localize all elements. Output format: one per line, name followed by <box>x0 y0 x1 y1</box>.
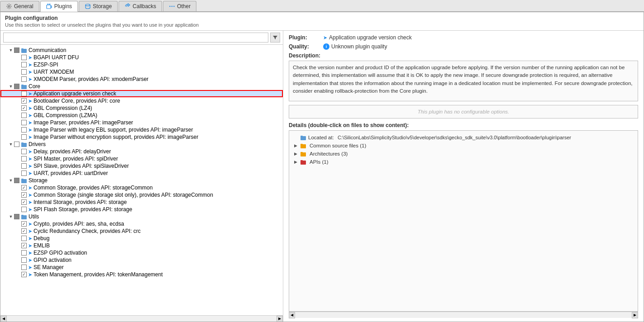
tree-item-image-parser-noenc[interactable]: ➤ Image Parser without encryption suppor… <box>0 133 283 141</box>
right-scrollbar-track[interactable] <box>295 313 632 318</box>
tree-item-bootloader-core[interactable]: ➤ Bootloader Core, provides API: core <box>0 97 283 104</box>
search-input[interactable] <box>3 33 268 43</box>
checkbox-se-manager[interactable] <box>21 265 27 270</box>
common-source-item[interactable]: Common source files (1) <box>293 142 634 150</box>
checkbox-bootloader-core[interactable] <box>21 98 27 104</box>
expand-architectures[interactable] <box>293 152 298 156</box>
checkbox-app-upgrade[interactable] <box>21 91 27 96</box>
location-label: Located at: <box>308 135 334 140</box>
checkbox-uart-xmodem[interactable] <box>21 69 27 75</box>
checkbox-gbl-lz4[interactable] <box>21 105 27 111</box>
expand-apis[interactable] <box>293 160 298 164</box>
tree-item-debug[interactable]: ➤ Debug <box>0 235 283 242</box>
checkbox-internal-storage[interactable] <box>21 199 27 205</box>
checkbox-communication[interactable] <box>14 47 19 53</box>
expand-common-source[interactable] <box>293 143 298 148</box>
label-bootloader-core: Bootloader Core, provides API: core <box>33 98 120 104</box>
plugin-arrow-icon25: ➤ <box>28 265 32 270</box>
checkbox-xmodem-parser[interactable] <box>21 76 27 82</box>
filter-button[interactable] <box>270 33 280 43</box>
architectures-item[interactable]: Architectures (3) <box>293 150 634 158</box>
checkbox-spi-slave[interactable] <box>21 163 27 169</box>
checkbox-ezsp-gpio[interactable] <box>21 250 27 256</box>
quality-label: Quality: <box>289 43 320 50</box>
tab-other[interactable]: Other <box>163 1 196 11</box>
tree-item-utils[interactable]: Utils <box>0 213 283 220</box>
checkbox-token-mgmt[interactable] <box>21 272 27 277</box>
expand-core[interactable] <box>8 83 14 90</box>
right-scroll-right-btn[interactable]: ▶ <box>632 312 638 318</box>
tree-item-emlib[interactable]: ➤ EMLIB <box>0 242 283 249</box>
tab-callbacks[interactable]: Callbacks <box>119 1 162 11</box>
checkbox-common-storage[interactable] <box>21 185 27 190</box>
tree-item-app-upgrade[interactable]: ➤ Application upgrade version check <box>0 90 283 97</box>
tree-item-bgapi[interactable]: ➤ BGAPI UART DFU <box>0 54 283 61</box>
checkbox-storage-group[interactable] <box>14 178 19 183</box>
plugin-arrow-icon15: ➤ <box>28 185 32 191</box>
plugin-arrow-icon7: ➤ <box>28 113 32 118</box>
tab-plugins[interactable]: Plugins <box>40 1 78 12</box>
tree-item-gbl-lzma[interactable]: ➤ GBL Compression (LZMA) <box>0 112 283 119</box>
tree-item-image-parser[interactable]: ➤ Image Parser, provides API: imageParse… <box>0 119 283 126</box>
checkbox-image-parser[interactable] <box>21 120 27 125</box>
checkbox-gpio[interactable] <box>21 257 27 263</box>
scrollbar-track[interactable] <box>7 316 277 322</box>
checkbox-crypto[interactable] <box>21 221 27 227</box>
tree-item-spi-master[interactable]: ➤ SPI Master, provides API: spiDriver <box>0 155 283 162</box>
right-bottom-scrollbar: ◀ ▶ <box>289 312 638 318</box>
tree-item-gpio[interactable]: ➤ GPIO activation <box>0 256 283 264</box>
checkbox-emlib[interactable] <box>21 243 27 248</box>
tree-item-spi-slave[interactable]: ➤ SPI Slave, provides API: spiSlaveDrive… <box>0 162 283 170</box>
tree-item-uart-xmodem[interactable]: ➤ UART XMODEM <box>0 68 283 76</box>
checkbox-core[interactable] <box>14 84 19 89</box>
tree-item-ezsp[interactable]: ➤ EZSP-SPI <box>0 61 283 68</box>
checkbox-uart[interactable] <box>21 170 27 176</box>
checkbox-spi-master[interactable] <box>21 156 27 161</box>
tree-item-common-storage[interactable]: ➤ Common Storage, provides API: storageC… <box>0 184 283 191</box>
expand-utils[interactable] <box>8 213 14 220</box>
tree-item-gbl-lz4[interactable]: ➤ GBL Compression (LZ4) <box>0 104 283 112</box>
tree-item-drivers[interactable]: Drivers <box>0 141 283 148</box>
tree-area: Communication ➤ BGAPI UART DFU ➤ EZSP-SP… <box>0 45 283 315</box>
tree-item-communication[interactable]: Communication <box>0 47 283 54</box>
checkbox-gbl-lzma[interactable] <box>21 113 27 118</box>
tree-item-core[interactable]: Core <box>0 83 283 90</box>
checkbox-delay[interactable] <box>21 149 27 154</box>
tab-storage[interactable]: Storage <box>79 1 118 11</box>
checkbox-image-parser-legacy[interactable] <box>21 127 27 133</box>
tree-item-common-storage-single[interactable]: ➤ Common Storage (single storage slot on… <box>0 191 283 199</box>
tree-item-token-mgmt[interactable]: ➤ Token Management, provides API: tokenM… <box>0 271 283 278</box>
expand-communication[interactable] <box>8 47 14 53</box>
checkbox-drivers[interactable] <box>14 142 19 147</box>
expand-drivers[interactable] <box>8 141 14 147</box>
tree-item-se-manager[interactable]: ➤ SE Manager <box>0 264 283 271</box>
tree-item-storage-group[interactable]: Storage <box>0 177 283 184</box>
tree-item-crypto[interactable]: ➤ Crypto, provides API: aes, sha, ecdsa <box>0 220 283 227</box>
plugin-arrow-icon17: ➤ <box>28 199 32 205</box>
checkbox-debug[interactable] <box>21 236 27 241</box>
tab-other-label: Other <box>177 3 191 9</box>
tree-item-uart[interactable]: ➤ UART, provides API: uartDriver <box>0 170 283 177</box>
checkbox-ezsp[interactable] <box>21 62 27 67</box>
tab-general[interactable]: General <box>0 1 39 11</box>
scroll-left-btn[interactable]: ◀ <box>0 316 7 322</box>
right-scroll-left-btn[interactable]: ◀ <box>289 312 295 318</box>
expand-storage[interactable] <box>8 177 14 184</box>
checkbox-image-parser-noenc[interactable] <box>21 134 27 140</box>
plugin-arrow-icon8: ➤ <box>28 120 32 126</box>
tree-item-internal-storage[interactable]: ➤ Internal Storage, provides API: storag… <box>0 199 283 206</box>
checkbox-common-storage-single[interactable] <box>21 192 27 198</box>
tree-item-ezsp-gpio[interactable]: ➤ EZSP GPIO activation <box>0 249 283 256</box>
checkbox-spi-flash[interactable] <box>21 207 27 212</box>
tree-item-image-parser-legacy[interactable]: ➤ Image Parser with legacy EBL support, … <box>0 126 283 133</box>
checkbox-utils[interactable] <box>14 214 19 219</box>
scroll-right-btn[interactable]: ▶ <box>277 316 283 322</box>
tree-item-xmodem-parser[interactable]: ➤ XMODEM Parser, provides API: xmodemPar… <box>0 76 283 83</box>
tree-item-spi-flash[interactable]: ➤ SPI Flash Storage, provides API: stora… <box>0 206 283 213</box>
checkbox-bgapi[interactable] <box>21 55 27 60</box>
checkbox-crc[interactable] <box>21 228 27 234</box>
search-bar <box>0 31 283 45</box>
apis-item[interactable]: APIs (1) <box>293 158 634 166</box>
tree-item-crc[interactable]: ➤ Cyclic Redundancy Check, provides API:… <box>0 227 283 235</box>
tree-item-delay[interactable]: ➤ Delay, provides API: delayDriver <box>0 148 283 155</box>
